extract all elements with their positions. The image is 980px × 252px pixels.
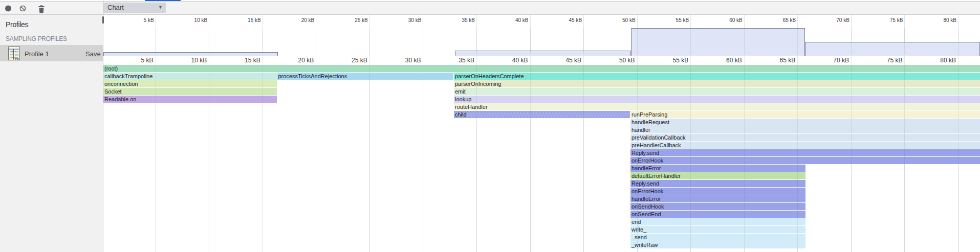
svg-text:%: % <box>14 55 19 60</box>
